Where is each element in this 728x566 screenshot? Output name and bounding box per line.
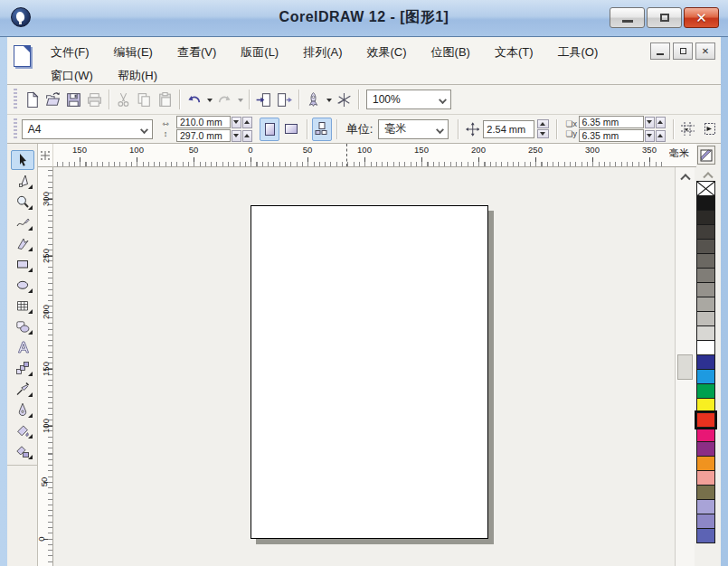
application-launcher-button[interactable] [303, 89, 324, 110]
pick-tool[interactable] [11, 150, 34, 170]
copy-button[interactable] [134, 89, 155, 110]
paper-type-combo[interactable]: A4 [22, 119, 153, 139]
document-close-button[interactable]: ✕ [695, 42, 715, 60]
apply-to-all-pages-button[interactable] [312, 118, 332, 141]
paper-width-field[interactable]: 210.0 mm [176, 116, 231, 128]
color-swatch[interactable] [696, 325, 715, 341]
redo-button[interactable] [214, 89, 235, 110]
color-swatch[interactable] [696, 514, 715, 529]
smart-drawing-tool[interactable] [11, 233, 34, 253]
graph-paper-tool[interactable] [11, 296, 34, 316]
color-swatch[interactable] [696, 210, 715, 225]
import-button[interactable] [253, 89, 274, 110]
redo-dropdown[interactable] [235, 89, 245, 110]
paper-height-field[interactable]: 297.0 mm [176, 129, 231, 142]
outline-tool[interactable] [11, 400, 34, 420]
open-document-button[interactable] [43, 89, 63, 110]
export-button[interactable] [274, 89, 295, 110]
minimize-button[interactable] [610, 7, 645, 28]
color-swatch[interactable] [696, 485, 715, 500]
interactive-fill-tool[interactable] [11, 441, 34, 461]
color-swatch[interactable] [696, 268, 715, 283]
propbar-grip[interactable] [14, 118, 17, 140]
interactive-blend-tool[interactable] [11, 358, 34, 378]
menu-item[interactable]: 排列(A) [299, 42, 345, 62]
color-swatch[interactable] [696, 383, 715, 399]
color-swatch[interactable] [696, 340, 715, 355]
menu-item[interactable]: 位图(B) [428, 42, 474, 62]
color-swatch[interactable] [696, 499, 715, 514]
paper-width-down-spinner[interactable] [232, 117, 241, 128]
scroll-up-button[interactable] [676, 167, 695, 185]
snap-to-objects-button[interactable] [700, 118, 720, 141]
document-minimize-button[interactable] [650, 42, 670, 60]
paper-height-down-spinner[interactable] [232, 130, 241, 142]
new-document-button[interactable] [22, 89, 43, 110]
landscape-orientation-button[interactable] [281, 118, 301, 141]
freehand-tool[interactable] [11, 212, 34, 232]
shape-tool[interactable] [11, 171, 34, 191]
document-icon[interactable] [14, 45, 31, 67]
snap-to-grid-button[interactable] [677, 118, 697, 141]
menu-item[interactable]: 文本(T) [491, 42, 537, 62]
undo-button[interactable] [184, 89, 204, 110]
nudge-up-spinner[interactable] [537, 119, 549, 128]
print-button[interactable] [84, 89, 105, 110]
color-swatch[interactable] [696, 470, 715, 486]
close-button[interactable]: ✕ [684, 7, 719, 28]
color-swatch[interactable] [696, 528, 715, 543]
menu-item[interactable]: 效果(C) [364, 42, 411, 62]
palette-scroll-up-button[interactable] [695, 167, 721, 181]
color-swatch[interactable] [696, 369, 715, 384]
menu-item[interactable]: 帮助(H) [114, 66, 161, 86]
fill-tool[interactable] [11, 420, 34, 440]
units-combo[interactable]: 毫米 [378, 119, 449, 139]
toolbar-grip[interactable] [14, 89, 17, 110]
basic-shapes-tool[interactable] [11, 316, 34, 336]
launcher-dropdown[interactable] [324, 89, 334, 110]
menu-item[interactable]: 查看(V) [174, 42, 220, 62]
color-swatch[interactable] [696, 195, 715, 211]
no-color-swatch[interactable] [696, 181, 715, 196]
paste-button[interactable] [155, 89, 175, 110]
ruler-origin-button[interactable] [38, 144, 53, 167]
text-tool[interactable] [11, 337, 34, 357]
menu-item[interactable]: 编辑(E) [110, 42, 156, 62]
color-swatch[interactable] [696, 282, 715, 297]
nudge-down-spinner[interactable] [537, 129, 549, 138]
ellipse-tool[interactable] [11, 275, 34, 295]
nudge-offset-field[interactable]: 2.54 mm [483, 120, 534, 138]
eyedropper-tool[interactable] [11, 379, 34, 399]
vertical-ruler[interactable]: 300250200150100500 [38, 167, 53, 566]
duplicate-x-field[interactable]: 6.35 mm [579, 116, 644, 128]
duplicate-x-up-spinner[interactable] [656, 117, 666, 128]
color-swatch[interactable] [696, 456, 715, 471]
color-swatch[interactable] [696, 354, 715, 370]
document-page[interactable] [251, 205, 488, 539]
save-button[interactable] [63, 89, 84, 110]
horizontal-ruler[interactable]: 15010050050100150200250300350 [53, 144, 662, 167]
paper-height-up-spinner[interactable] [242, 130, 252, 142]
paper-width-up-spinner[interactable] [242, 117, 252, 128]
color-swatch[interactable] [696, 398, 715, 413]
duplicate-y-down-spinner[interactable] [645, 130, 655, 142]
menu-item[interactable]: 工具(O) [554, 42, 602, 62]
color-swatch[interactable] [696, 311, 715, 326]
maximize-button[interactable] [647, 7, 682, 28]
menu-item[interactable]: 版面(L) [237, 42, 282, 62]
duplicate-y-up-spinner[interactable] [656, 130, 666, 142]
document-restore-button[interactable] [673, 42, 693, 60]
undo-dropdown[interactable] [204, 89, 214, 110]
portrait-orientation-button[interactable] [260, 118, 279, 141]
drawing-canvas[interactable] [53, 167, 675, 566]
duplicate-x-down-spinner[interactable] [645, 117, 655, 128]
scrollbar-thumb[interactable] [677, 354, 693, 380]
color-swatch[interactable] [696, 224, 715, 240]
menu-item[interactable]: 窗口(W) [47, 66, 97, 86]
duplicate-y-field[interactable]: 6.35 mm [579, 129, 644, 142]
titlebar[interactable]: CorelDRAW 12 - [图形1] ✕ [0, 0, 728, 37]
ruler-options-button[interactable] [697, 146, 715, 165]
cut-button[interactable] [113, 89, 134, 110]
color-swatch[interactable] [696, 412, 715, 428]
rectangle-tool[interactable] [11, 254, 34, 274]
